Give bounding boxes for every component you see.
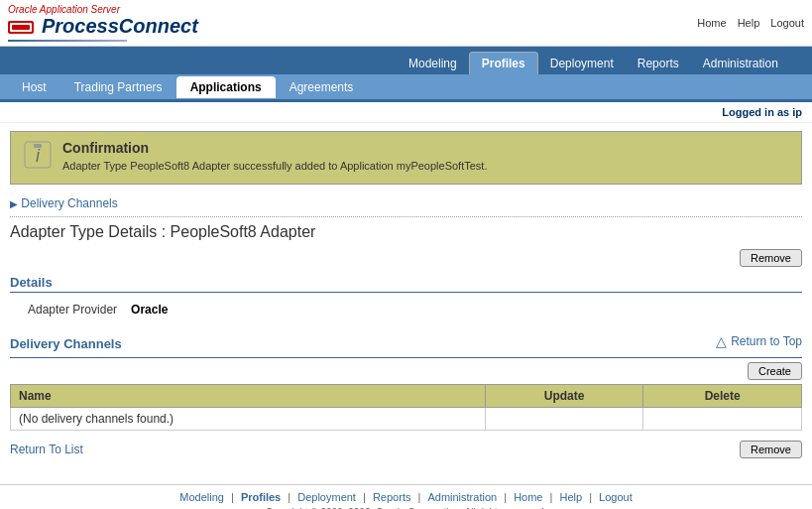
app-name: ProcessConnect	[42, 15, 198, 38]
sep4: |	[418, 491, 424, 503]
tab-administration[interactable]: Administration	[691, 53, 790, 74]
subtab-host[interactable]: Host	[8, 76, 60, 98]
delete-cell	[643, 408, 802, 431]
tab-modeling[interactable]: Modeling	[397, 53, 469, 74]
return-to-list-link[interactable]: Return To List	[10, 443, 83, 456]
sep5: |	[504, 491, 510, 503]
adapter-provider-label: Adapter Provider	[22, 301, 123, 318]
no-channels-msg: (No delivery channels found.)	[11, 408, 486, 431]
nav-top: Modeling Profiles Deployment Reports Adm…	[0, 47, 812, 74]
details-row: Adapter Provider Oracle	[22, 301, 174, 318]
table-header-row: Name Update Delete	[11, 385, 802, 408]
logged-in-user: ip	[792, 106, 802, 118]
logout-link[interactable]: Logout	[770, 17, 804, 29]
delivery-channels-section: Delivery Channels △ Return to Top	[10, 328, 802, 353]
return-to-top-label: Return to Top	[731, 334, 802, 348]
footer-home-link[interactable]: Home	[514, 491, 542, 503]
help-link[interactable]: Help	[738, 17, 760, 29]
table-row: (No delivery channels found.)	[11, 408, 802, 431]
chevron-icon: ▶	[10, 198, 18, 209]
sep3: |	[363, 491, 369, 503]
footer-reports-link[interactable]: Reports	[373, 491, 411, 503]
delivery-channels-header: Delivery Channels	[10, 336, 122, 353]
confirmation-message: Adapter Type PeopleSoft8 Adapter success…	[62, 160, 487, 172]
svg-rect-5	[34, 144, 42, 148]
delivery-channels-table: Name Update Delete (No delivery channels…	[10, 384, 802, 431]
create-button[interactable]: Create	[748, 362, 802, 380]
tab-profiles[interactable]: Profiles	[469, 52, 538, 74]
logo-title: ProcessConnect	[8, 15, 198, 38]
col-update-header: Update	[485, 385, 643, 408]
details-table: Adapter Provider Oracle	[20, 299, 175, 320]
update-cell	[485, 408, 643, 431]
home-link[interactable]: Home	[697, 17, 726, 29]
subtab-agreements[interactable]: Agreements	[276, 76, 368, 98]
logged-in-text: Logged in as	[722, 106, 789, 118]
footer-profiles-link[interactable]: Profiles	[241, 491, 281, 503]
footer-modeling-link[interactable]: Modeling	[179, 491, 224, 503]
oracle-icon	[8, 17, 36, 37]
tab-deployment[interactable]: Deployment	[538, 53, 626, 74]
footer-deployment-link[interactable]: Deployment	[297, 491, 356, 503]
col-name-header: Name	[11, 385, 486, 408]
details-section-header: Details	[10, 275, 802, 293]
remove-top-button[interactable]: Remove	[740, 249, 802, 267]
chevron-up-icon: △	[716, 333, 727, 349]
create-button-row: Create	[10, 362, 802, 380]
footer-help-link[interactable]: Help	[559, 491, 582, 503]
footer-logout-link[interactable]: Logout	[599, 491, 633, 503]
sep7: |	[589, 491, 595, 503]
login-bar: Logged in as ip	[0, 102, 812, 123]
confirmation-title: Confirmation	[62, 140, 487, 156]
confirmation-icon: i	[23, 140, 53, 176]
delivery-channels-link-area: ▶ Delivery Channels	[0, 192, 812, 214]
logo-area: Oracle Application Server ProcessConnect	[8, 4, 198, 42]
logo-line	[8, 40, 127, 42]
sep2: |	[288, 491, 293, 503]
subtab-applications[interactable]: Applications	[176, 76, 276, 98]
adapter-provider-value: Oracle	[125, 301, 174, 318]
top-links: Home Help Logout	[689, 17, 804, 29]
remove-bottom-button[interactable]: Remove	[740, 441, 802, 458]
header: Oracle Application Server ProcessConnect…	[0, 0, 812, 47]
main-content: Adapter Type Details : PeopleSoft8 Adapt…	[0, 219, 812, 468]
confirmation-text: Confirmation Adapter Type PeopleSoft8 Ad…	[62, 140, 487, 172]
return-to-top-link[interactable]: △ Return to Top	[716, 333, 802, 349]
divider	[10, 216, 802, 217]
page-title: Adapter Type Details : PeopleSoft8 Adapt…	[10, 223, 802, 241]
footer-links: Modeling | Profiles | Deployment | Repor…	[10, 491, 802, 503]
remove-top-area: Remove	[10, 249, 802, 267]
confirmation-box: i Confirmation Adapter Type PeopleSoft8 …	[10, 131, 802, 185]
col-delete-header: Delete	[643, 385, 802, 408]
sep1: |	[231, 491, 237, 503]
subtab-trading-partners[interactable]: Trading Partners	[60, 76, 176, 98]
footer: Modeling | Profiles | Deployment | Repor…	[0, 484, 812, 509]
delivery-channels-link[interactable]: Delivery Channels	[21, 196, 117, 210]
footer-administration-link[interactable]: Administration	[427, 491, 497, 503]
tab-reports[interactable]: Reports	[626, 53, 691, 74]
return-list-row: Return To List Remove	[10, 441, 802, 458]
sep6: |	[550, 491, 556, 503]
nav-sub: Host Trading Partners Applications Agree…	[0, 74, 812, 102]
oracle-label: Oracle Application Server	[8, 4, 198, 15]
svg-rect-2	[12, 25, 30, 30]
